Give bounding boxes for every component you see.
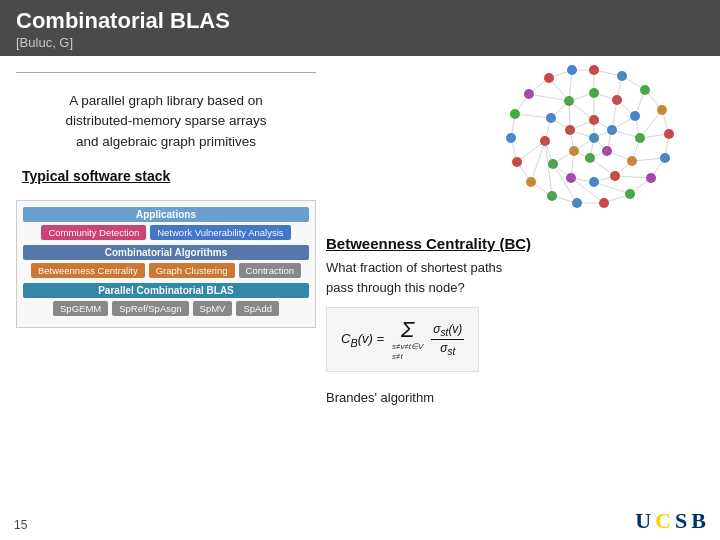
svg-line-91 (590, 158, 615, 176)
svg-line-40 (662, 110, 669, 134)
left-column: A parallel graph library based ondistrib… (16, 68, 316, 526)
slide-subtitle: [Buluc, G] (16, 35, 704, 50)
stack-diagram: Applications Community Detection Network… (16, 200, 316, 328)
svg-line-79 (515, 114, 551, 118)
formula-line: CB(v) = Σ s≠v≠t∈Vs≠t σst(v) σst (341, 318, 464, 361)
formula-container: CB(v) = Σ s≠v≠t∈Vs≠t σst(v) σst (326, 307, 704, 382)
formula-fraction: σst(v) σst (431, 322, 464, 358)
svg-line-44 (604, 194, 630, 203)
svg-line-37 (594, 70, 622, 76)
stack-section-title: Typical software stack (16, 168, 316, 184)
svg-line-64 (632, 158, 665, 161)
svg-line-86 (612, 116, 635, 130)
svg-line-81 (549, 78, 569, 101)
svg-line-96 (570, 120, 594, 130)
svg-line-78 (517, 141, 545, 162)
spref-item: SpRef/SpAsgn (112, 301, 188, 316)
svg-line-59 (617, 100, 635, 116)
frac-denominator: σst (440, 340, 455, 357)
applications-items: Community Detection Network Vulnerabilit… (23, 225, 309, 240)
spmv-item: SpMV (193, 301, 233, 316)
svg-line-76 (531, 141, 545, 182)
frac-numerator: σst(v) (431, 322, 464, 340)
spadd-item: SpAdd (236, 301, 279, 316)
svg-line-95 (553, 151, 574, 164)
combinatorial-header: Combinatorial Algorithms (23, 245, 309, 260)
bc-section: Betweenness Centrality (BC) What fractio… (326, 235, 704, 405)
svg-line-103 (574, 138, 594, 151)
svg-line-97 (551, 118, 570, 130)
sigma-symbol: Σ (401, 319, 414, 341)
ucsb-logo: UCSB (635, 508, 706, 534)
brandes-text: Brandes' algorithm (326, 390, 704, 405)
parallel-blas-layer: Parallel Combinatorial BLAS SpGEMM SpRef… (23, 283, 309, 316)
svg-line-77 (551, 101, 569, 118)
svg-line-53 (549, 70, 572, 78)
parallel-blas-items: SpGEMM SpRef/SpAsgn SpMV SpAdd (23, 301, 309, 316)
betweenness-centrality-item: Betweenness Centrality (31, 263, 145, 278)
svg-line-51 (515, 94, 529, 114)
svg-line-39 (645, 90, 662, 110)
svg-line-58 (635, 90, 645, 116)
ucsb-c-letter: C (655, 508, 671, 534)
spgemm-item: SpGEMM (53, 301, 108, 316)
page-number: 15 (14, 518, 27, 532)
svg-line-68 (594, 182, 630, 194)
svg-line-42 (651, 158, 665, 178)
svg-line-60 (640, 110, 662, 138)
combinatorial-items: Betweenness Centrality Graph Clustering … (23, 263, 309, 278)
svg-line-71 (553, 164, 571, 178)
formula: CB(v) = Σ s≠v≠t∈Vs≠t σst(v) σst (326, 307, 479, 372)
ucsb-s-letter: S (675, 508, 687, 534)
graph-clustering-item: Graph Clustering (149, 263, 235, 278)
formula-sum: Σ s≠v≠t∈Vs≠t (392, 318, 423, 361)
applications-layer: Applications Community Detection Network… (23, 207, 309, 240)
slide-title: Combinatorial BLAS (16, 8, 704, 34)
svg-line-38 (622, 76, 645, 90)
bc-description: What fraction of shortest pathspass thro… (326, 258, 704, 297)
svg-line-87 (612, 130, 640, 138)
svg-line-48 (517, 162, 531, 182)
ucsb-u-letter: U (635, 508, 651, 534)
svg-line-89 (607, 151, 632, 161)
svg-line-65 (615, 161, 632, 176)
svg-line-80 (529, 94, 569, 101)
parallel-blas-header: Parallel Combinatorial BLAS (23, 283, 309, 298)
combinatorial-layer: Combinatorial Algorithms Betweenness Cen… (23, 245, 309, 278)
svg-line-106 (569, 101, 594, 120)
svg-line-104 (570, 130, 594, 138)
svg-line-43 (630, 178, 651, 194)
svg-line-66 (615, 176, 651, 178)
svg-line-47 (531, 182, 552, 196)
description-text: A parallel graph library based ondistrib… (16, 91, 316, 152)
formula-lhs: CB(v) = (341, 331, 384, 349)
svg-line-82 (569, 93, 594, 101)
graph-image (477, 58, 712, 218)
community-detection-item: Community Detection (41, 225, 146, 240)
svg-line-98 (594, 120, 612, 130)
svg-line-101 (594, 138, 607, 151)
ucsb-b-letter: B (691, 508, 706, 534)
contraction-item: Contraction (239, 263, 302, 278)
svg-line-52 (529, 78, 549, 94)
svg-line-63 (632, 138, 640, 161)
sum-bottom: s≠v≠t∈Vs≠t (392, 342, 423, 361)
applications-header: Applications (23, 207, 309, 222)
network-vulnerability-item: Network Vulnerability Analysis (150, 225, 290, 240)
svg-line-85 (612, 100, 617, 130)
bc-title: Betweenness Centrality (BC) (326, 235, 704, 252)
slide-header: Combinatorial BLAS [Buluc, G] (0, 0, 720, 56)
section-divider (16, 72, 316, 73)
